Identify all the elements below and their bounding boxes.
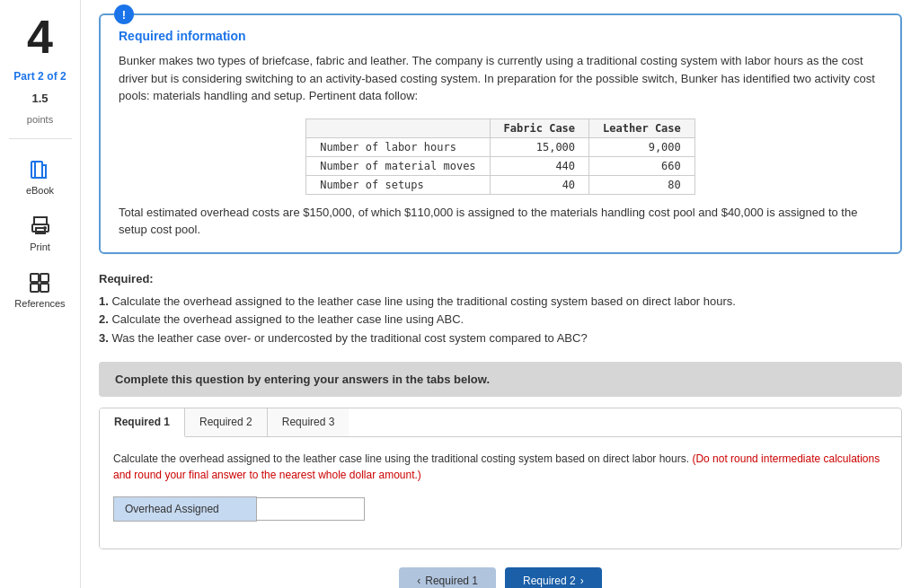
- tab-content: Calculate the overhead assigned to the l…: [100, 437, 901, 549]
- sidebar: 4 Part 2 of 2 1.5 points eBook: [0, 0, 81, 588]
- sidebar-item-ebook[interactable]: eBook: [22, 153, 58, 200]
- references-label: References: [14, 298, 65, 309]
- info-footer: Total estimated overhead costs are $150,…: [119, 204, 882, 239]
- sidebar-divider: [9, 138, 72, 139]
- data-table: Fabric Case Leather Case Number of labor…: [305, 118, 695, 195]
- tab-required-2[interactable]: Required 2: [185, 408, 268, 436]
- tab-required-3[interactable]: Required 3: [268, 408, 349, 436]
- table-cell: 660: [589, 156, 695, 175]
- table-cell: 15,000: [490, 137, 588, 156]
- table-row: Number of labor hours15,0009,000: [306, 137, 695, 156]
- prev-button[interactable]: ‹ Required 1: [399, 567, 496, 588]
- svg-rect-7: [31, 284, 39, 292]
- info-icon: !: [114, 4, 134, 24]
- svg-rect-0: [31, 162, 42, 178]
- points-value: 1.5: [31, 92, 48, 105]
- part-label: Part 2: [13, 70, 43, 83]
- sidebar-item-print[interactable]: Print: [23, 209, 58, 257]
- required-title: Required:: [99, 272, 902, 285]
- info-title: Required information: [119, 29, 882, 43]
- main-content: ! Required information Bunker makes two …: [81, 0, 920, 588]
- table-header-2: Leather Case: [589, 118, 695, 137]
- tab-instruction: Calculate the overhead assigned to the l…: [113, 451, 888, 483]
- question-number: 4: [27, 13, 53, 60]
- prev-button-label: Required 1: [425, 575, 478, 587]
- svg-rect-5: [31, 274, 39, 282]
- table-cell: Number of setups: [306, 175, 490, 194]
- complete-box-text: Complete this question by entering your …: [115, 373, 490, 386]
- list-item: 1. Calculate the overhead assigned to th…: [99, 293, 902, 312]
- list-item: 2. Calculate the overhead assigned to th…: [99, 311, 902, 329]
- tabs-header: Required 1Required 2Required 3: [100, 408, 901, 437]
- complete-box: Complete this question by entering your …: [99, 362, 902, 397]
- table-header-1: Fabric Case: [490, 118, 588, 137]
- book-icon: [27, 157, 52, 182]
- prev-arrow-icon: ‹: [417, 575, 420, 587]
- part-of: of 2: [47, 70, 66, 83]
- required-section: Required: 1. Calculate the overhead assi…: [99, 272, 902, 348]
- sidebar-item-references[interactable]: References: [10, 266, 69, 313]
- table-row: Number of material moves440660: [306, 156, 695, 175]
- references-icon: [27, 270, 52, 295]
- next-arrow-icon: ›: [580, 575, 584, 587]
- tabs-container: Required 1Required 2Required 3 Calculate…: [99, 408, 902, 549]
- list-item: 3. Was the leather case over- or underco…: [99, 329, 902, 348]
- tab-instruction-main: Calculate the overhead assigned to the l…: [113, 452, 689, 465]
- svg-rect-6: [40, 274, 49, 282]
- info-box: ! Required information Bunker makes two …: [99, 13, 902, 254]
- print-icon: [28, 214, 53, 239]
- table-cell: Number of labor hours: [306, 137, 490, 156]
- print-label: Print: [30, 241, 50, 252]
- info-paragraph: Bunker makes two types of briefcase, fab…: [119, 52, 882, 105]
- table-cell: 440: [490, 156, 588, 175]
- points-label: points: [27, 114, 53, 125]
- input-row: Overhead Assigned: [113, 496, 888, 522]
- table-cell: 9,000: [589, 137, 695, 156]
- required-list: 1. Calculate the overhead assigned to th…: [99, 293, 902, 348]
- input-label: Overhead Assigned: [113, 496, 257, 522]
- tab-required-1[interactable]: Required 1: [100, 408, 185, 437]
- svg-point-4: [44, 227, 46, 229]
- next-button-label: Required 2: [523, 575, 576, 587]
- table-header-0: [306, 118, 490, 137]
- overhead-assigned-input[interactable]: [257, 497, 365, 521]
- svg-rect-8: [40, 284, 49, 292]
- table-cell: Number of material moves: [306, 156, 490, 175]
- nav-buttons: ‹ Required 1 Required 2 ›: [99, 558, 902, 588]
- svg-rect-1: [34, 217, 47, 224]
- table-cell: 80: [589, 175, 695, 194]
- table-row: Number of setups4080: [306, 175, 695, 194]
- ebook-label: eBook: [26, 185, 54, 196]
- next-button[interactable]: Required 2 ›: [505, 567, 602, 588]
- table-cell: 40: [490, 175, 588, 194]
